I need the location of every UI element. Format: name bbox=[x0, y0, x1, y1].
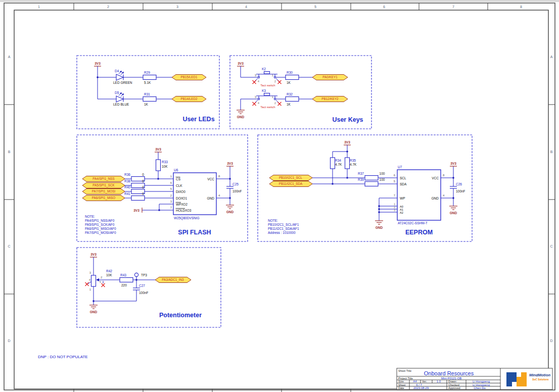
pin-number: 8 bbox=[218, 175, 220, 178]
gnd-symbol[interactable]: GND bbox=[237, 110, 245, 119]
pin-number: 6 bbox=[170, 181, 172, 184]
port-pb15-led1[interactable]: PB15/LED1 bbox=[172, 75, 206, 80]
port-pa6-spi1-miso[interactable]: PA6/SPI1_MISO bbox=[82, 195, 125, 201]
testpoint-tp3[interactable]: TP3 bbox=[134, 273, 147, 277]
chip-u6[interactable]: U6 W25Q80DVSNIG 1 6 5 2 3 7 CS CLK DI/IO… bbox=[170, 168, 220, 220]
gnd-symbol[interactable]: GND bbox=[226, 205, 234, 214]
led-d4[interactable]: D4 LED GREEN bbox=[113, 69, 132, 84]
block-title: EEPROM bbox=[405, 229, 433, 236]
col-label-top: 4 bbox=[245, 5, 247, 9]
pin-name: WP/IO2 bbox=[176, 203, 188, 206]
pin-name: WP bbox=[400, 197, 405, 200]
checked-value: Li Hongpeng bbox=[473, 383, 490, 386]
col-label-top: 8 bbox=[520, 5, 522, 9]
pin-number: 6 bbox=[394, 174, 396, 177]
gnd-symbol[interactable]: GND bbox=[375, 221, 383, 229]
resistor-value: 0 bbox=[142, 179, 144, 183]
pin-name: DI/IO0 bbox=[176, 190, 185, 193]
pin-number: 4 bbox=[218, 194, 220, 197]
pin-number: 5 bbox=[100, 280, 101, 283]
col-label-top: 5 bbox=[314, 5, 316, 9]
capacitor-c27[interactable]: C27 100nF bbox=[133, 284, 148, 295]
project-title-value: Mini-F0121-OB bbox=[441, 377, 462, 380]
port-pa3-adc1-in3[interactable]: PA3/ADC1_IN3 bbox=[155, 277, 191, 283]
size-label: Size bbox=[398, 380, 404, 383]
resistor-value: 1K bbox=[287, 103, 291, 106]
port-label: PB15/LED1 bbox=[181, 75, 198, 79]
gnd-symbol[interactable]: GND bbox=[89, 305, 98, 314]
power-3v3-symbol[interactable]: 3V3 bbox=[94, 62, 101, 66]
port-label: PB11/I2C1_SDA bbox=[279, 182, 303, 186]
chip-u7[interactable]: U7 AT24C02C-SSHM-T 6 5 7 1 2 3 SCL SDA W… bbox=[394, 165, 445, 225]
power-3v3-tie[interactable]: 3V3 bbox=[133, 208, 142, 213]
power-label: 3V3 bbox=[155, 148, 161, 151]
resistor-r31[interactable]: R31 1K bbox=[143, 92, 156, 106]
capacitor-c25[interactable]: C25 100nF bbox=[226, 182, 242, 193]
switch-ref: K2 bbox=[262, 67, 266, 71]
resistor-value: 10K bbox=[162, 165, 168, 168]
power-3v3-symbol[interactable]: 3V3 bbox=[226, 162, 234, 166]
resistor-ref: R39 bbox=[358, 178, 364, 181]
port-pa4-spi1-nss[interactable]: PA4/SPI1_NSS bbox=[82, 176, 125, 182]
pin-number: 4 bbox=[258, 80, 259, 83]
chip-ref: U7 bbox=[398, 165, 402, 169]
resistor-value: 4.7K bbox=[335, 163, 342, 166]
approved-label: Approved bbox=[448, 386, 460, 389]
capacitor-c26[interactable]: C26 100nF bbox=[450, 182, 465, 193]
port-pb14-led2[interactable]: PB14/LED2 bbox=[172, 96, 206, 102]
resistor-r33[interactable]: R33 10K bbox=[156, 160, 168, 171]
pin-number: 5 bbox=[394, 180, 396, 183]
resistor-r30[interactable]: R30 1K bbox=[286, 71, 299, 84]
resistor-r32[interactable]: R32 1K bbox=[286, 92, 299, 106]
led-desc: LED BLUE bbox=[113, 103, 129, 106]
resistor-r29[interactable]: R29 5.1K bbox=[143, 71, 156, 84]
row-label-left: D bbox=[8, 339, 10, 342]
power-label: 3V3 bbox=[227, 162, 233, 165]
col-label-top: 3 bbox=[176, 5, 178, 9]
gnd-symbol[interactable]: GND bbox=[449, 206, 457, 215]
port-pa7-spi1-mosi[interactable]: PA7/SPI1_MOSI bbox=[82, 189, 125, 194]
row-label-right: A bbox=[550, 55, 553, 59]
port-pb10-i2c1-scl[interactable]: PB10/I2C1_SCL bbox=[269, 175, 312, 181]
resistor-ref: R29 bbox=[144, 71, 150, 74]
pin-number: 7 bbox=[394, 194, 396, 197]
pin-number: 4 bbox=[258, 102, 259, 105]
pot-ref: R42 bbox=[106, 269, 112, 273]
resistor-value: 0 bbox=[142, 173, 144, 176]
sheet-title-value: Onboard Resources bbox=[424, 370, 474, 376]
power-3v3-symbol[interactable]: 3V3 bbox=[450, 162, 457, 166]
gnd-label: GND bbox=[90, 310, 98, 314]
resistor-r34[interactable]: R34 4.7K bbox=[331, 158, 343, 169]
resistor-r43[interactable]: R43 220 bbox=[120, 273, 133, 287]
power-3v3-symbol[interactable]: 3V3 bbox=[90, 253, 97, 257]
note-line: PA4/SPI1_NSS/AF0 bbox=[85, 219, 115, 223]
power-3v3-symbol[interactable]: 3V3 bbox=[344, 140, 351, 145]
resistor-r35[interactable]: R35 4.7K bbox=[345, 158, 357, 169]
cap-ref: C27 bbox=[139, 284, 145, 287]
power-label: 3V3 bbox=[450, 162, 456, 165]
block-user-keys: User Keys 3V3 GND bbox=[230, 56, 371, 129]
port-pa5-spi1-sck[interactable]: PA5/SPI1_SCK bbox=[82, 183, 125, 188]
pin-name: SCL bbox=[400, 176, 406, 180]
resistor-ref: R32 bbox=[287, 92, 293, 96]
port-label: PA7/SPI1_MOSI bbox=[92, 189, 116, 193]
port-pb12-key2[interactable]: PB12/KEY2 bbox=[312, 96, 348, 102]
block-title: SPI FLASH bbox=[178, 229, 211, 236]
note-line: PA5/SPI1_SCK/AF0 bbox=[85, 223, 115, 227]
schematic-sheet: 1 2 3 4 5 6 7 8 1 2 3 4 A B C D A B C D … bbox=[0, 0, 559, 392]
pin-name: SDA bbox=[400, 182, 407, 186]
pin-name: A2 bbox=[400, 211, 403, 214]
power-3v3-symbol[interactable]: 3V3 bbox=[155, 148, 162, 152]
port-pb11-i2c1-sda[interactable]: PB11/I2C1_SDA bbox=[269, 181, 312, 187]
row-label-left: B bbox=[8, 150, 11, 154]
pin-number: 3 bbox=[394, 209, 395, 212]
led-d5[interactable]: D5 LED BLUE bbox=[113, 91, 129, 106]
pin-name: HOLD/IO3 bbox=[176, 209, 192, 212]
gnd-label: GND bbox=[376, 226, 383, 229]
pin-number: 7 bbox=[170, 206, 172, 209]
wires bbox=[241, 66, 312, 110]
resistor-value: 0 bbox=[142, 192, 144, 195]
power-3v3-symbol[interactable]: 3V3 bbox=[237, 62, 244, 66]
port-pa0-key1[interactable]: PA0/KEY1 bbox=[312, 75, 348, 80]
logo-mark-orange2 bbox=[517, 377, 521, 382]
